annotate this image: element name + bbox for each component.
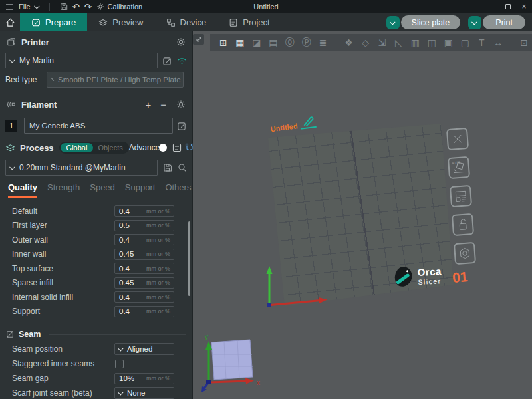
filament-preset-field[interactable]: My Generic ABS — [24, 118, 173, 134]
search-icon[interactable] — [178, 163, 187, 172]
scale-icon[interactable]: ⇲ — [374, 37, 390, 48]
tab-prepare[interactable]: Prepare — [20, 13, 87, 31]
remove-filament-button[interactable]: − — [158, 99, 168, 110]
tab-speed[interactable]: Speed — [90, 182, 115, 198]
maximize-button[interactable] — [500, 0, 516, 13]
add-filament-button[interactable]: + — [143, 99, 153, 110]
printer-preset-value: My Marlin — [19, 56, 54, 65]
sidebar-scrollbar[interactable] — [188, 221, 190, 296]
seam-position-label: Seam position — [12, 344, 63, 354]
tab-preview[interactable]: Preview — [87, 13, 154, 31]
minimize-button[interactable]: – — [484, 0, 500, 13]
seam-gap-input[interactable]: 10%mm or % — [114, 373, 174, 384]
save-icon[interactable] — [60, 3, 68, 11]
file-menu-chevron-icon[interactable] — [34, 3, 39, 9]
import-project-icon[interactable]: Ⓟ — [299, 37, 315, 49]
clone-icon[interactable]: ▣ — [440, 37, 456, 48]
plate-settings-button[interactable] — [454, 242, 476, 265]
param-input[interactable]: 0.4mm or % — [114, 234, 174, 245]
process-preset-select[interactable]: 0.20mm Standard @MyMarlin — [5, 160, 158, 176]
tab-strength[interactable]: Strength — [47, 182, 80, 198]
plate-thumbnail[interactable]: y x — [198, 332, 262, 398]
measure-icon[interactable]: ↔ — [490, 37, 506, 48]
redo-icon[interactable]: ↷ — [84, 2, 92, 12]
param-value: 0.4 — [115, 207, 130, 215]
auto-orient-plate-button[interactable]: AUTO — [448, 156, 470, 179]
layers-icon[interactable]: ≣ — [315, 37, 331, 48]
move-icon[interactable]: ❖ — [341, 37, 357, 48]
param-input[interactable]: 0.4mm or % — [114, 306, 174, 317]
scope-objects-button[interactable]: Objects — [93, 143, 127, 152]
param-label: Sparse infill — [12, 278, 53, 287]
variable-layer-icon[interactable]: ▢ — [457, 37, 473, 48]
param-input[interactable]: 0.45mm or % — [114, 249, 174, 260]
home-button[interactable] — [0, 13, 20, 31]
scarf-seam-select[interactable]: None — [114, 387, 174, 399]
printer-preset-select[interactable]: My Marlin — [5, 53, 158, 68]
scarf-seam-value: None — [127, 389, 146, 397]
staggered-seams-checkbox[interactable] — [115, 360, 124, 368]
add-plate-icon[interactable]: ▦ — [232, 37, 248, 48]
param-input[interactable]: 0.45mm or % — [114, 277, 174, 289]
close-button[interactable]: × — [516, 0, 532, 13]
prepare-icon — [31, 18, 41, 27]
scope-global-button[interactable]: Global — [61, 143, 94, 152]
split-objects-icon[interactable]: ▥ — [407, 37, 423, 48]
filament-settings-gear-icon[interactable] — [176, 100, 186, 109]
printer-icon — [7, 37, 16, 47]
arrange-plate-button[interactable] — [450, 185, 472, 207]
logo-subtitle: Slicer — [418, 277, 442, 285]
seam-gap-value: 10% — [115, 374, 134, 382]
auto-orient-icon[interactable]: ◪ — [249, 37, 265, 48]
orca-icon — [394, 265, 415, 289]
delete-plate-button[interactable] — [446, 128, 469, 150]
printer-settings-gear-icon[interactable] — [176, 37, 186, 47]
tab-device[interactable]: Device — [155, 13, 218, 31]
param-label: Default — [12, 207, 37, 216]
arrange-icon — [452, 188, 469, 205]
split-parts-icon[interactable]: ◫ — [424, 37, 440, 48]
tab-others[interactable]: Others — [165, 182, 191, 198]
seam-icon — [6, 331, 14, 338]
parameter-list-icon[interactable] — [172, 143, 182, 152]
arrange-icon[interactable]: ▤ — [265, 37, 281, 48]
edit-plate-name-button[interactable] — [299, 115, 317, 130]
calibration-gear-icon[interactable] — [96, 3, 104, 11]
save-preset-icon[interactable] — [163, 163, 172, 172]
printer-section-title: Printer — [21, 37, 49, 47]
lay-on-face-icon[interactable]: ◺ — [390, 37, 406, 48]
param-row: Support0.4mm or % — [0, 305, 192, 319]
import-geometry-icon[interactable]: ⓪ — [282, 37, 298, 49]
param-input[interactable]: 0.4mm or % — [114, 291, 174, 303]
calibration-menu[interactable]: Calibration — [108, 3, 143, 11]
chevron-down-icon — [51, 78, 54, 81]
viewport-3d[interactable]: ⊞ ▦ ◪ ▤ ⓪ Ⓟ ≣ ❖ ◇ ⇲ ◺ ▥ ◫ ▣ ▢ T ↔ ⊡ Unti… — [193, 31, 532, 399]
add-object-icon[interactable]: ⊞ — [215, 37, 231, 48]
seam-position-select[interactable]: Aligned — [114, 343, 174, 355]
tab-quality[interactable]: Quality — [8, 182, 37, 198]
slice-dropdown-button[interactable] — [386, 16, 400, 29]
edit-printer-icon[interactable] — [162, 56, 172, 66]
file-menu[interactable]: File — [19, 3, 31, 11]
edit-filament-icon[interactable] — [177, 121, 187, 131]
slice-plate-split-button: Slice plate — [386, 15, 461, 29]
text-icon[interactable]: T — [473, 37, 489, 48]
tab-support[interactable]: Support — [125, 182, 156, 198]
param-input[interactable]: 0.4mm or % — [114, 205, 174, 217]
print-button[interactable]: Print — [483, 15, 525, 29]
undo-icon[interactable]: ↶ — [72, 2, 80, 12]
slice-plate-button[interactable]: Slice plate — [401, 15, 461, 29]
param-input[interactable]: 0.4mm or % — [114, 263, 174, 274]
print-dropdown-button[interactable] — [468, 16, 481, 29]
tab-project[interactable]: Project — [217, 13, 281, 31]
rotate-icon[interactable]: ◇ — [358, 37, 374, 48]
filament-index-badge: 1 — [5, 120, 17, 132]
hamburger-menu-icon[interactable] — [5, 3, 14, 11]
bed-type-select[interactable]: Smooth PEI Plate / High Temp Plate — [47, 72, 184, 88]
lock-plate-button[interactable] — [452, 213, 474, 236]
param-input[interactable]: 0.5mm or % — [114, 220, 174, 231]
title-bar: File ↶ ↷ Calibration Untitled – × — [0, 0, 532, 13]
wifi-connection-icon[interactable] — [177, 57, 187, 65]
sidebar-collapse-button[interactable] — [193, 34, 204, 45]
assembly-view-icon[interactable]: ⊡ — [516, 37, 532, 48]
